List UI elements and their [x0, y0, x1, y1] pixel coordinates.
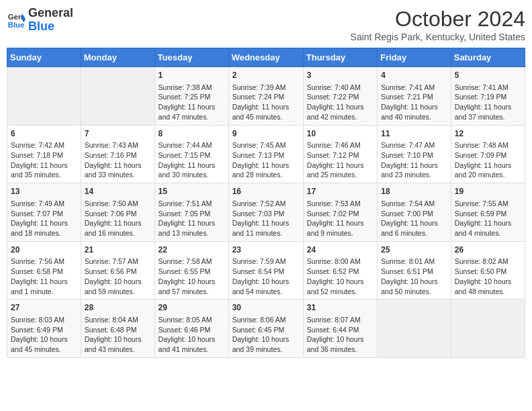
sunrise-text: Sunrise: 7:51 AM	[159, 199, 225, 209]
header-tuesday: Tuesday	[154, 48, 228, 67]
sunrise-text: Sunrise: 7:56 AM	[11, 257, 77, 267]
sunset-text: Sunset: 6:44 PM	[307, 325, 373, 335]
daylight-text: Daylight: 10 hours and 57 minutes.	[159, 277, 225, 296]
sunset-text: Sunset: 7:16 PM	[85, 150, 151, 161]
day-number: 15	[159, 186, 225, 197]
sunset-text: Sunset: 6:50 PM	[455, 267, 521, 277]
sunrise-text: Sunrise: 7:57 AM	[85, 257, 151, 267]
sunrise-text: Sunrise: 8:03 AM	[11, 315, 77, 325]
day-number: 13	[11, 186, 77, 197]
daylight-text: Daylight: 11 hours and 16 minutes.	[85, 218, 151, 238]
sunset-text: Sunset: 7:19 PM	[455, 92, 521, 102]
sunrise-text: Sunrise: 7:44 AM	[159, 140, 225, 150]
sunset-text: Sunset: 7:05 PM	[159, 209, 225, 219]
sunset-text: Sunset: 7:12 PM	[307, 150, 373, 161]
day-number: 28	[85, 302, 151, 314]
daylight-text: Daylight: 11 hours and 25 minutes.	[307, 161, 373, 180]
day-number: 17	[307, 186, 373, 197]
sunset-text: Sunset: 7:22 PM	[307, 92, 373, 102]
sunset-text: Sunset: 7:09 PM	[455, 150, 521, 161]
sunrise-text: Sunrise: 7:54 AM	[381, 199, 447, 209]
day-cell-7: 7Sunrise: 7:43 AMSunset: 7:16 PMDaylight…	[81, 125, 154, 183]
day-cell-22: 22Sunrise: 7:58 AMSunset: 6:55 PMDayligh…	[154, 241, 228, 300]
day-cell-21: 21Sunrise: 7:57 AMSunset: 6:56 PMDayligh…	[81, 241, 154, 300]
sunset-text: Sunset: 7:21 PM	[381, 92, 447, 102]
day-number: 3	[307, 70, 373, 81]
daylight-text: Daylight: 11 hours and 9 minutes.	[307, 218, 373, 238]
sunrise-text: Sunrise: 8:07 AM	[307, 315, 373, 325]
daylight-text: Daylight: 11 hours and 4 minutes.	[455, 218, 521, 238]
sunset-text: Sunset: 7:06 PM	[85, 209, 151, 219]
sunset-text: Sunset: 6:54 PM	[232, 267, 300, 277]
day-cell-11: 11Sunrise: 7:47 AMSunset: 7:10 PMDayligh…	[378, 125, 451, 183]
day-cell-28: 28Sunrise: 8:04 AMSunset: 6:48 PMDayligh…	[81, 300, 154, 358]
day-cell-23: 23Sunrise: 7:59 AMSunset: 6:54 PMDayligh…	[228, 241, 303, 300]
sunset-text: Sunset: 6:52 PM	[307, 267, 373, 277]
sunset-text: Sunset: 6:59 PM	[455, 209, 521, 219]
week-row-5: 27Sunrise: 8:03 AMSunset: 6:49 PMDayligh…	[7, 300, 525, 358]
day-cell-2: 2Sunrise: 7:39 AMSunset: 7:24 PMDaylight…	[228, 67, 303, 126]
day-number: 22	[159, 244, 225, 256]
day-cell-1: 1Sunrise: 7:38 AMSunset: 7:25 PMDaylight…	[154, 67, 228, 126]
day-cell-30: 30Sunrise: 8:06 AMSunset: 6:45 PMDayligh…	[228, 300, 303, 358]
calendar-title: October 2024	[351, 7, 525, 32]
day-number: 18	[381, 186, 447, 197]
header-sunday: Sunday	[7, 48, 81, 67]
sunrise-text: Sunrise: 7:41 AM	[455, 83, 521, 93]
sunrise-text: Sunrise: 7:47 AM	[381, 140, 447, 150]
sunrise-text: Sunrise: 7:38 AM	[159, 83, 225, 93]
sunrise-text: Sunrise: 8:04 AM	[85, 315, 151, 325]
sunset-text: Sunset: 6:48 PM	[85, 325, 151, 335]
sunset-text: Sunset: 7:13 PM	[232, 150, 300, 161]
title-block: October 2024 Saint Regis Park, Kentucky,…	[351, 7, 525, 42]
day-cell-13: 13Sunrise: 7:49 AMSunset: 7:07 PMDayligh…	[7, 183, 81, 242]
sunset-text: Sunset: 6:51 PM	[381, 267, 447, 277]
header-thursday: Thursday	[303, 48, 377, 67]
daylight-text: Daylight: 11 hours and 23 minutes.	[381, 161, 447, 180]
sunrise-text: Sunrise: 8:00 AM	[307, 257, 373, 267]
sunrise-text: Sunrise: 7:43 AM	[85, 140, 151, 150]
sunset-text: Sunset: 7:03 PM	[232, 209, 300, 219]
day-cell-17: 17Sunrise: 7:53 AMSunset: 7:02 PMDayligh…	[303, 183, 377, 242]
day-number: 2	[232, 70, 300, 81]
day-number: 11	[381, 128, 447, 140]
day-cell-6: 6Sunrise: 7:42 AMSunset: 7:18 PMDaylight…	[7, 125, 81, 183]
sunset-text: Sunset: 6:49 PM	[11, 325, 77, 335]
day-number: 27	[11, 302, 77, 314]
day-cell-10: 10Sunrise: 7:46 AMSunset: 7:12 PMDayligh…	[303, 125, 377, 183]
sunrise-text: Sunrise: 8:05 AM	[159, 315, 225, 325]
day-number: 29	[159, 302, 225, 314]
logo-blue: Blue	[28, 20, 73, 34]
sunrise-text: Sunrise: 7:45 AM	[232, 140, 300, 150]
day-cell-27: 27Sunrise: 8:03 AMSunset: 6:49 PMDayligh…	[7, 300, 81, 358]
sunset-text: Sunset: 7:10 PM	[381, 150, 447, 161]
svg-marker-2	[22, 13, 26, 19]
sunrise-text: Sunrise: 7:53 AM	[307, 199, 373, 209]
sunset-text: Sunset: 6:45 PM	[232, 325, 300, 335]
daylight-text: Daylight: 10 hours and 52 minutes.	[307, 277, 373, 296]
sunrise-text: Sunrise: 7:49 AM	[11, 199, 77, 209]
day-cell-3: 3Sunrise: 7:40 AMSunset: 7:22 PMDaylight…	[303, 67, 377, 126]
daylight-text: Daylight: 10 hours and 39 minutes.	[232, 334, 300, 354]
sunset-text: Sunset: 7:15 PM	[159, 150, 225, 161]
calendar-table: Sunday Monday Tuesday Wednesday Thursday…	[7, 48, 525, 358]
calendar-subtitle: Saint Regis Park, Kentucky, United State…	[351, 32, 525, 42]
daylight-text: Daylight: 10 hours and 36 minutes.	[307, 334, 373, 354]
day-header-row: Sunday Monday Tuesday Wednesday Thursday…	[7, 48, 525, 67]
week-row-3: 13Sunrise: 7:49 AMSunset: 7:07 PMDayligh…	[7, 183, 525, 242]
daylight-text: Daylight: 11 hours and 35 minutes.	[11, 161, 77, 180]
sunrise-text: Sunrise: 8:06 AM	[232, 315, 300, 325]
day-number: 23	[232, 244, 300, 256]
daylight-text: Daylight: 10 hours and 59 minutes.	[85, 277, 151, 296]
day-cell-25: 25Sunrise: 8:01 AMSunset: 6:51 PMDayligh…	[378, 241, 451, 300]
sunrise-text: Sunrise: 8:02 AM	[455, 257, 521, 267]
sunset-text: Sunset: 7:02 PM	[307, 209, 373, 219]
sunset-text: Sunset: 7:25 PM	[159, 92, 225, 102]
sunset-text: Sunset: 6:56 PM	[85, 267, 151, 277]
daylight-text: Daylight: 11 hours and 40 minutes.	[381, 102, 447, 122]
daylight-text: Daylight: 11 hours and 18 minutes.	[11, 218, 77, 238]
daylight-text: Daylight: 11 hours and 20 minutes.	[455, 161, 521, 180]
day-number: 16	[232, 186, 300, 197]
day-cell-18: 18Sunrise: 7:54 AMSunset: 7:00 PMDayligh…	[378, 183, 451, 242]
day-number: 24	[307, 244, 373, 256]
